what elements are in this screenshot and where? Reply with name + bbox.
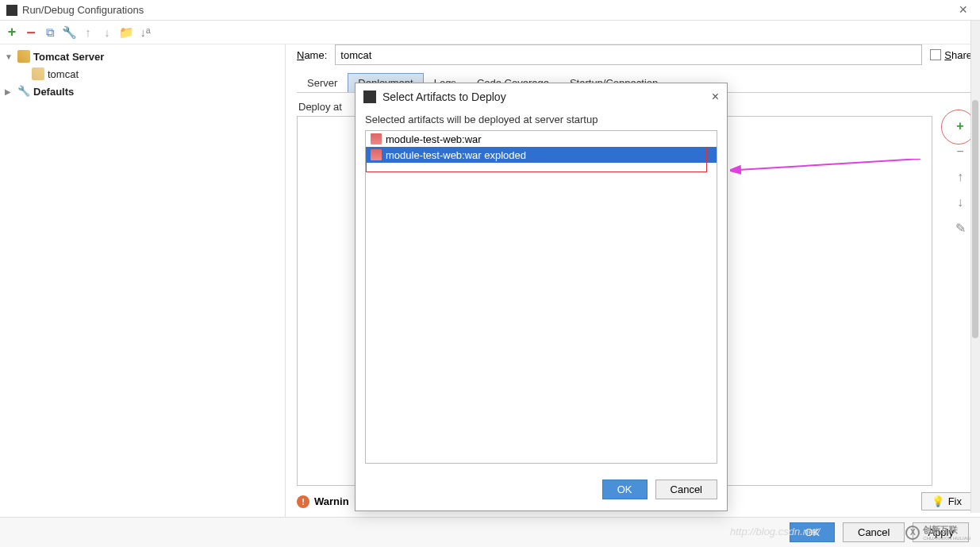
dialog-cancel-button[interactable]: Cancel (655, 480, 717, 499)
dialog-title: Select Artifacts to Deploy (382, 91, 506, 103)
select-artifacts-dialog: Select Artifacts to Deploy × Selected ar… (355, 83, 728, 511)
list-item[interactable]: module-test-web:war exploded (366, 147, 717, 163)
warning-icon: ! (297, 495, 309, 508)
tomcat-icon (32, 67, 44, 80)
tree-label: Tomcat Server (33, 51, 104, 63)
remove-config-icon[interactable]: − (24, 25, 38, 40)
artifact-label: module-test-web:war exploded (386, 149, 526, 161)
tree-item-defaults[interactable]: ▶ 🔧 Defaults (0, 83, 285, 100)
ghost-url: http://blog.csdn.net/ (730, 526, 820, 537)
window-title: Run/Debug Configurations (22, 4, 144, 16)
name-label: Name: (297, 49, 327, 61)
tree-item-tomcat[interactable]: tomcat (0, 65, 285, 83)
wrench-icon: 🔧 (17, 85, 30, 98)
scrollbar[interactable] (970, 21, 980, 513)
config-toolbar: + − ⧉ 🔧 ↑ ↓ 📁 ↓ª (0, 21, 980, 44)
share-label: Share (944, 49, 972, 61)
artifact-label: module-test-web:war (386, 133, 482, 145)
list-item[interactable]: module-test-web:war (366, 131, 717, 147)
add-config-icon[interactable]: + (5, 25, 19, 40)
app-icon (6, 5, 17, 16)
window-titlebar: Run/Debug Configurations × (0, 0, 980, 21)
fix-label: Fix (948, 495, 962, 507)
watermark: X 创新互联 CHUANGXIN HULIAN (905, 524, 970, 541)
move-up-icon[interactable]: ↑ (81, 25, 95, 40)
settings-icon[interactable]: 🔧 (62, 25, 76, 40)
window-close-icon[interactable]: × (952, 2, 974, 18)
tree-label: Defaults (33, 86, 74, 98)
dialog-ok-button[interactable]: OK (602, 480, 648, 499)
artifact-icon (371, 133, 382, 144)
artifact-up-icon[interactable]: ↑ (951, 168, 969, 186)
watermark-sub: CHUANGXIN HULIAN (923, 536, 970, 541)
tree-item-tomcat-server[interactable]: ▼ Tomcat Server (0, 48, 285, 65)
tree-label: tomcat (48, 68, 79, 80)
bulb-icon: 💡 (932, 495, 944, 507)
dialog-icon (363, 91, 376, 103)
cancel-button[interactable]: Cancel (843, 522, 905, 542)
chevron-down-icon[interactable]: ▼ (5, 52, 14, 61)
watermark-logo-icon: X (905, 526, 920, 540)
checkbox-icon[interactable] (930, 49, 941, 60)
artifact-down-icon[interactable]: ↓ (951, 194, 969, 211)
dialog-close-icon[interactable]: × (712, 90, 719, 104)
folder-icon[interactable]: 📁 (119, 25, 133, 40)
share-checkbox[interactable]: Share (930, 49, 972, 61)
watermark-brand: 创新互联 (923, 524, 970, 536)
edit-artifact-icon[interactable]: ✎ (951, 219, 969, 237)
dialog-hint: Selected artifacts will be deployed at s… (355, 110, 727, 130)
sort-icon[interactable]: ↓ª (138, 25, 152, 40)
config-tree[interactable]: ▼ Tomcat Server tomcat ▶ 🔧 Defaults (0, 44, 286, 517)
chevron-right-icon[interactable]: ▶ (5, 87, 14, 96)
name-input[interactable] (335, 44, 922, 65)
dialog-button-bar: OK Cancel Apply (0, 517, 980, 547)
fix-button[interactable]: 💡 Fix (921, 492, 972, 510)
deploy-side-toolbar: + − ↑ ↓ ✎ (951, 117, 969, 237)
remove-artifact-icon[interactable]: − (951, 143, 969, 160)
artifact-icon (371, 149, 382, 160)
copy-config-icon[interactable]: ⧉ (43, 25, 57, 40)
tomcat-icon (17, 50, 30, 63)
scrollbar-thumb[interactable] (972, 100, 978, 338)
tab-server[interactable]: Server (297, 73, 348, 92)
warning-label: Warnin (314, 495, 349, 507)
add-artifact-icon[interactable]: + (951, 117, 969, 135)
move-down-icon[interactable]: ↓ (100, 25, 114, 40)
artifact-list[interactable]: module-test-web:war module-test-web:war … (365, 130, 717, 464)
